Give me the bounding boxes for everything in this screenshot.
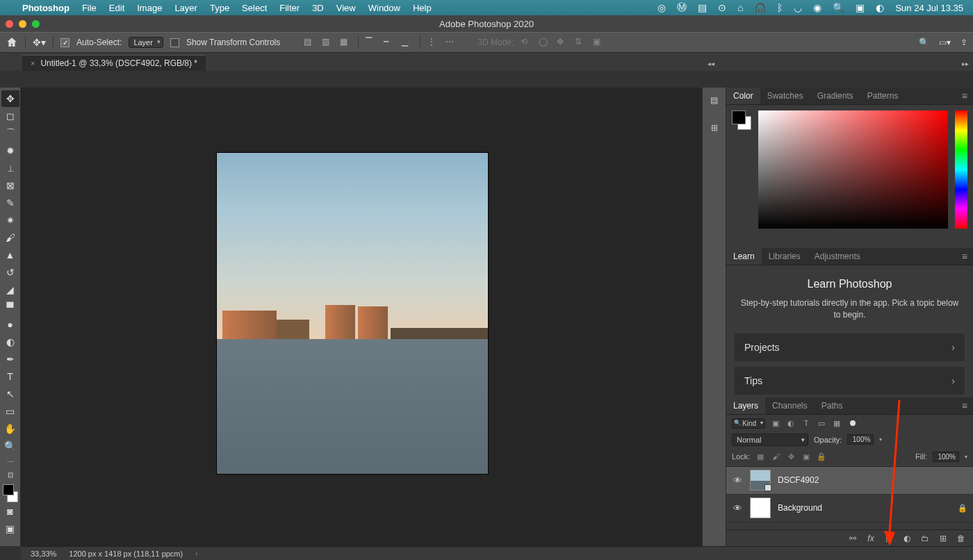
minimize-window-button[interactable] [19, 20, 26, 28]
tab-paths[interactable]: Paths [815, 397, 850, 414]
layer-group-icon[interactable]: 🗀 [920, 534, 930, 543]
tool-brush[interactable]: 🖌 [1, 229, 19, 246]
auto-select-checkbox[interactable]: ✓ [60, 38, 70, 47]
menu-3d[interactable]: 3D [312, 3, 324, 13]
align-bottom-icon[interactable]: ▁ [402, 37, 413, 48]
collapse-panels-icon[interactable]: ▸▸ [962, 60, 969, 67]
collapse-strip-icon[interactable]: ◂◂ [708, 60, 714, 67]
layer-visibility-icon[interactable]: 👁 [732, 475, 743, 486]
blend-mode-dropdown[interactable]: Normal [732, 434, 808, 446]
menu-view[interactable]: View [336, 3, 356, 13]
lock-transparent-icon[interactable]: ▦ [755, 452, 765, 461]
new-layer-icon[interactable]: ⊞ [938, 534, 948, 543]
menu-filter[interactable]: Filter [279, 3, 300, 13]
tool-blur[interactable]: ● [1, 316, 19, 333]
lock-position-icon[interactable]: ✥ [786, 452, 796, 461]
tab-color[interactable]: Color [726, 88, 760, 104]
home-icon[interactable] [6, 36, 18, 49]
document-tab[interactable]: × Untitled-1 @ 33,3% (DSCF4902, RGB/8) * [22, 55, 206, 71]
align-left-icon[interactable]: ▤ [304, 37, 315, 48]
tool-quick-select[interactable]: ✹ [1, 142, 19, 159]
filter-toggle[interactable] [850, 420, 856, 426]
search-icon[interactable]: 🔍 [919, 38, 929, 47]
menu-select[interactable]: Select [242, 3, 267, 13]
menu-help[interactable]: Help [413, 3, 432, 13]
tab-channels[interactable]: Channels [765, 397, 815, 414]
tab-patterns[interactable]: Patterns [860, 88, 906, 104]
delete-layer-icon[interactable]: 🗑 [956, 534, 966, 543]
tool-lasso[interactable]: ⌒ [1, 125, 19, 142]
color-fg-bg[interactable] [732, 110, 751, 130]
status-clock[interactable]: Sun 24 Jul 13.35 [895, 3, 963, 13]
tool-clone[interactable]: ▲ [1, 247, 19, 263]
align-right-icon[interactable]: ▦ [340, 37, 351, 48]
layer-row[interactable]: 👁 Background 🔒 [726, 495, 973, 522]
tool-move[interactable]: ✥ [1, 90, 19, 107]
adjustment-layer-icon[interactable]: ◐ [902, 534, 912, 543]
status-zoom[interactable]: 33,33% [31, 550, 56, 558]
close-window-button[interactable] [6, 20, 13, 28]
filter-smart-icon[interactable]: ▦ [832, 418, 842, 428]
learn-item-tips[interactable]: Tips › [735, 367, 965, 395]
more-align-icon[interactable]: ⋯ [445, 37, 457, 48]
menu-edit[interactable]: Edit [109, 3, 124, 13]
learn-panel-menu-icon[interactable]: ≡ [956, 251, 973, 262]
tool-eraser[interactable]: ◢ [1, 281, 19, 298]
tab-gradients[interactable]: Gradients [810, 88, 860, 104]
color-foreground[interactable] [732, 110, 746, 124]
status-doc-info[interactable]: 1200 px x 1418 px (118,11 ppcm) [69, 550, 183, 558]
canvas-area[interactable] [21, 88, 702, 546]
link-layers-icon[interactable]: ⚯ [848, 534, 858, 543]
show-transform-checkbox[interactable] [170, 38, 179, 47]
auto-select-dropdown[interactable]: Layer [129, 37, 163, 48]
document-canvas[interactable] [217, 153, 488, 474]
lock-image-icon[interactable]: 🖌 [771, 452, 780, 461]
tool-gradient[interactable]: ▀ [1, 299, 19, 315]
lock-all-icon[interactable]: 🔒 [817, 452, 826, 461]
layer-thumbnail[interactable] [750, 497, 771, 518]
color-panel-menu-icon[interactable]: ≡ [956, 90, 973, 101]
color-field[interactable] [758, 110, 948, 229]
tool-hand[interactable]: ✋ [1, 420, 19, 437]
menu-file[interactable]: File [82, 3, 97, 13]
tool-more[interactable]: ⋯ [1, 455, 19, 468]
opacity-slider-icon[interactable]: ▾ [879, 436, 882, 443]
menu-type[interactable]: Type [210, 3, 229, 13]
menu-window[interactable]: Window [368, 3, 400, 13]
tab-swatches[interactable]: Swatches [760, 88, 810, 104]
tab-libraries[interactable]: Libraries [762, 248, 808, 265]
lock-artboard-icon[interactable]: ▣ [801, 452, 811, 461]
tab-learn[interactable]: Learn [726, 248, 762, 265]
strip-properties-icon[interactable]: ⊞ [708, 121, 721, 135]
close-tab-icon[interactable]: × [31, 59, 35, 67]
menu-layer[interactable]: Layer [174, 3, 197, 13]
tool-frame[interactable]: ⊠ [1, 177, 19, 194]
tool-history-brush[interactable]: ↺ [1, 264, 19, 281]
status-more-icon[interactable]: › [195, 550, 197, 557]
tool-pen[interactable]: ✒ [1, 351, 19, 368]
align-top-icon[interactable]: ▔ [366, 37, 377, 48]
tool-edit-toolbar[interactable]: ⊡ [1, 468, 19, 481]
move-tool-icon[interactable]: ✥▾ [33, 37, 46, 48]
strip-history-icon[interactable]: ▤ [708, 93, 721, 107]
filter-type-icon[interactable]: T [801, 418, 811, 428]
status-play-icon[interactable]: ⊙ [718, 2, 726, 13]
tool-crop[interactable]: ⟂ [1, 160, 19, 176]
layer-name[interactable]: DSCF4902 [778, 475, 819, 485]
tool-eyedropper[interactable]: ✎ [1, 195, 19, 211]
tool-marquee[interactable]: ◻ [1, 108, 19, 124]
distribute-icon[interactable]: ⋮ [427, 37, 439, 48]
tool-path-select[interactable]: ↖ [1, 386, 19, 402]
tool-rectangle[interactable]: ▭ [1, 403, 19, 420]
layer-thumbnail[interactable] [750, 470, 771, 491]
opacity-input[interactable]: 100% [847, 434, 874, 445]
tab-adjustments[interactable]: Adjustments [808, 248, 867, 265]
status-cc2-icon[interactable]: ▣ [856, 2, 865, 13]
tab-layers[interactable]: Layers [726, 397, 765, 414]
filter-shape-icon[interactable]: ▭ [817, 418, 826, 428]
tool-heal[interactable]: ✷ [1, 212, 19, 229]
menu-app-name[interactable]: Photoshop [22, 3, 70, 13]
status-bt-icon[interactable]: ᛒ [777, 2, 783, 13]
tool-quickmask[interactable]: ◙ [1, 503, 19, 520]
align-vcenter-icon[interactable]: ━ [384, 37, 395, 48]
